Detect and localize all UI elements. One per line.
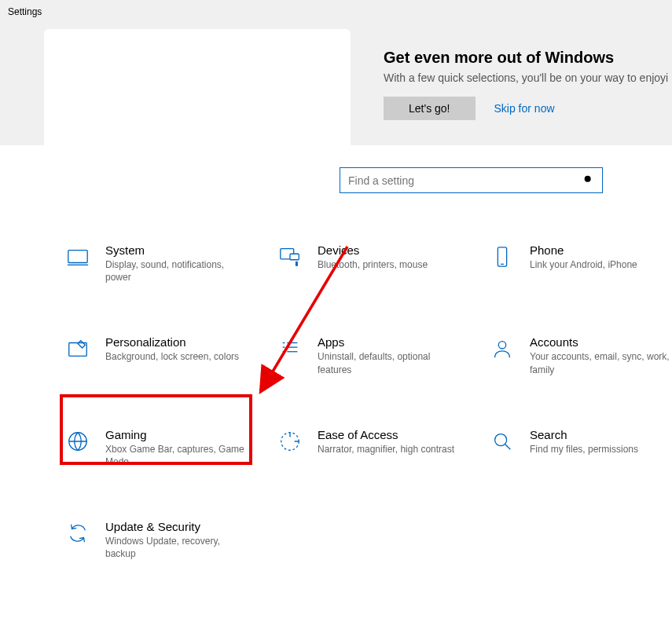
svg-rect-2: [68, 251, 87, 263]
phone-icon: [489, 243, 516, 270]
svg-rect-10: [69, 343, 87, 357]
update-icon: [64, 520, 91, 547]
tile-title: Ease of Access: [318, 428, 454, 441]
tile-title: Accounts: [530, 335, 671, 349]
svg-rect-8: [498, 247, 506, 266]
skip-link[interactable]: Skip for now: [494, 102, 555, 115]
search-row: [340, 167, 603, 193]
tile-system[interactable]: System Display, sound, notifications, po…: [63, 240, 275, 287]
tile-desc: Xbox Game Bar, captures, Game Mode: [105, 443, 247, 468]
settings-grid: System Display, sound, notifications, po…: [63, 240, 672, 564]
svg-line-1: [590, 181, 593, 185]
svg-point-6: [296, 262, 297, 263]
ease-icon: [277, 428, 303, 455]
tile-title: Personalization: [105, 335, 239, 349]
tile-desc: Narrator, magnifier, high contrast: [318, 443, 454, 456]
tile-title: Phone: [530, 243, 637, 257]
tile-search[interactable]: Search Find my files, permissions: [487, 425, 672, 471]
svg-line-21: [505, 445, 511, 450]
devices-icon: [277, 243, 303, 270]
tile-personalization[interactable]: Personalization Background, lock screen,…: [63, 332, 275, 379]
tile-desc: Uninstall, defaults, optional features: [318, 350, 459, 375]
tile-ease-of-access[interactable]: Ease of Access Narrator, magnifier, high…: [275, 425, 487, 471]
personalization-icon: [64, 335, 91, 362]
tile-update-security[interactable]: Update & Security Windows Update, recove…: [63, 517, 275, 563]
tile-desc: Link your Android, iPhone: [530, 258, 637, 271]
svg-rect-5: [290, 254, 299, 260]
tile-phone[interactable]: Phone Link your Android, iPhone: [487, 240, 672, 287]
svg-point-7: [296, 264, 297, 265]
tile-title: System: [105, 243, 247, 257]
tile-gaming[interactable]: Gaming Xbox Game Bar, captures, Game Mod…: [63, 425, 275, 471]
tile-devices[interactable]: Devices Bluetooth, printers, mouse: [275, 240, 487, 287]
svg-point-17: [498, 342, 505, 349]
search-icon: [582, 174, 595, 186]
tile-accounts[interactable]: Accounts Your accounts, email, sync, wor…: [487, 332, 672, 379]
tile-title: Apps: [318, 335, 459, 349]
tile-desc: Find my files, permissions: [530, 443, 638, 456]
tile-title: Gaming: [105, 428, 247, 441]
promo-heading: Get even more out of Windows: [384, 49, 672, 67]
search-input[interactable]: [340, 167, 603, 193]
tile-desc: Background, lock screen, colors: [105, 350, 239, 363]
user-panel: [44, 29, 351, 145]
tile-desc: Bluetooth, printers, mouse: [318, 258, 428, 271]
gaming-icon: [64, 428, 91, 455]
tile-title: Update & Security: [105, 520, 247, 533]
lets-go-button[interactable]: Let's go!: [384, 97, 476, 120]
svg-point-20: [495, 434, 507, 445]
tile-desc: Windows Update, recovery, backup: [105, 535, 247, 560]
search-tile-icon: [489, 428, 516, 455]
system-icon: [64, 243, 91, 270]
svg-point-0: [585, 176, 591, 182]
tile-desc: Display, sound, notifications, power: [105, 258, 247, 284]
apps-icon: [277, 335, 303, 362]
promo-block: Get even more out of Windows With a few …: [384, 49, 672, 120]
tile-apps[interactable]: Apps Uninstall, defaults, optional featu…: [275, 332, 487, 379]
accounts-icon: [489, 335, 516, 362]
header-band: Settings Get even more out of Windows Wi…: [0, 0, 672, 145]
tile-desc: Your accounts, email, sync, work, family: [530, 350, 671, 375]
tile-title: Search: [530, 428, 638, 441]
tile-title: Devices: [318, 243, 428, 257]
promo-subtext: With a few quick selections, you'll be o…: [384, 71, 672, 84]
window-title: Settings: [8, 6, 42, 17]
